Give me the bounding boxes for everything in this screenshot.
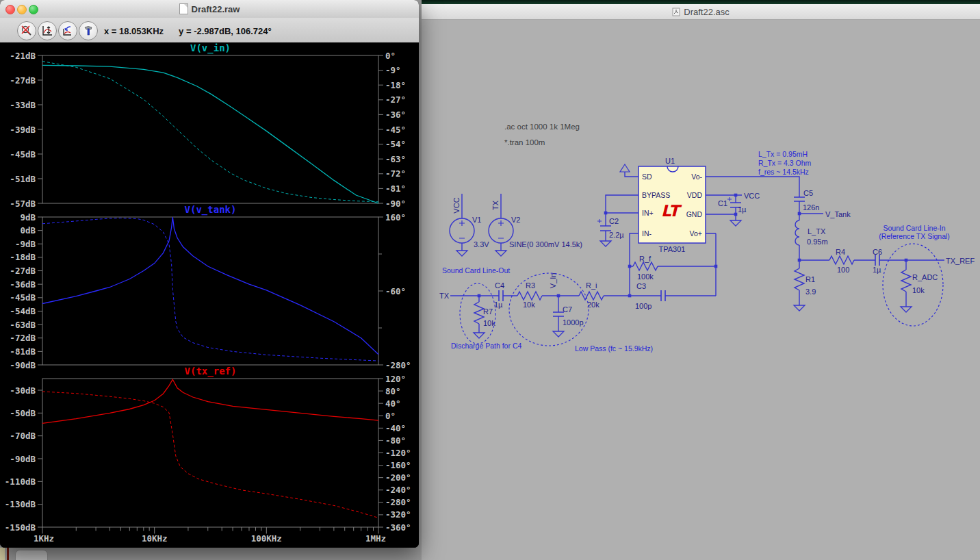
svg-text:R1: R1: [805, 275, 815, 283]
trace-magnitude: [42, 65, 378, 203]
net-label-vtank: V_Tank: [825, 210, 851, 218]
svg-text:Discharge Path for C4: Discharge Path for C4: [451, 342, 521, 350]
y-right-tick-label: -27°: [385, 94, 406, 105]
schematic-window: Draft22.asc .ac oct 1000 1k 1Meg *.tran …: [422, 0, 980, 560]
resistor-r4: [829, 256, 854, 264]
zoom-cancel-button[interactable]: [17, 21, 36, 40]
schematic-canvas[interactable]: .ac oct 1000 1k 1Meg *.tran 100m: [422, 20, 980, 560]
waveform-plots: V(v_in)-21dB-27dB-33dB-39dB-45dB-51dB-57…: [0, 42, 419, 548]
voltage-source-v1[interactable]: V1 3.3V VCC: [450, 197, 489, 249]
y-left-tick-label: -27dB: [10, 266, 36, 276]
y-left-tick-label: -110dB: [5, 476, 36, 487]
svg-text:R_Tx = 4.3 Ohm: R_Tx = 4.3 Ohm: [758, 159, 812, 167]
y-right-tick-label: 40°: [385, 398, 401, 409]
svg-text:L_Tx = 0.95mH: L_Tx = 0.95mH: [758, 150, 808, 158]
resistor-r7: [474, 302, 484, 324]
y-left-tick-label: -81dB: [10, 346, 36, 357]
y-left-tick-label: -18dB: [10, 252, 36, 262]
pin-vdd: VDD: [687, 191, 703, 199]
svg-text:1µ: 1µ: [738, 205, 747, 214]
resistor-radc: [901, 270, 911, 292]
svg-text:1µ: 1µ: [494, 301, 503, 309]
zoom-back-icon: [62, 25, 74, 37]
autorange-icon: [41, 25, 53, 37]
y-left-tick-label: -30dB: [10, 385, 36, 396]
y-right-tick-label: -90°: [385, 199, 406, 209]
schematic-drawing: .ac oct 1000 1k 1Meg *.tran 100m: [422, 20, 980, 560]
svg-text:1000p: 1000p: [563, 318, 584, 327]
capacitor-c3: [661, 290, 665, 301]
cursor-readout: x = 18.053KHzy = -2.987dB, 106.724°: [104, 26, 287, 36]
plot-window: Draft22.raw: [0, 0, 419, 548]
sd-net-arrow-icon: [620, 164, 630, 172]
x-axis-label: 1KHz: [34, 533, 54, 544]
pin-vop: Vo+: [690, 229, 702, 238]
v2-value: SINE(0 300mV 14.5k): [509, 240, 582, 249]
y-left-tick-label: -21dB: [10, 51, 36, 61]
pane-frame: [42, 217, 378, 365]
voltage-source-v2[interactable]: V2 SINE(0 300mV 14.5k) TX: [489, 200, 582, 249]
net-label-tx-source: TX: [491, 200, 500, 210]
close-button[interactable]: [5, 5, 15, 14]
trace-phase: [42, 62, 378, 202]
minimize-button[interactable]: [17, 5, 27, 14]
y-right-tick-label: -18°: [385, 80, 406, 90]
y-right-tick-label: 0°: [385, 51, 396, 61]
spice-directive-ac: .ac oct 1000 1k 1Meg: [504, 123, 580, 131]
y-left-tick-label: -36dB: [10, 279, 36, 290]
zoom-back-button[interactable]: [58, 21, 77, 40]
v1-ref: V1: [472, 216, 481, 224]
ic-u1[interactable]: U1 TPA301 LT SD BYPASS IN+ IN- Vo- VDD G…: [639, 157, 706, 253]
capacitor-c4: [499, 290, 503, 301]
y-right-tick-label: -360°: [385, 522, 411, 533]
cursor-y-readout: y = -2.987dB, 106.724°: [179, 26, 272, 36]
pane-frame: [42, 55, 378, 203]
pin-gnd: GND: [686, 210, 703, 218]
svg-text:0.95m: 0.95m: [807, 238, 828, 246]
svg-text:C5: C5: [803, 189, 813, 197]
plot-titlebar[interactable]: Draft22.raw: [0, 0, 419, 18]
y-right-tick-label: -36°: [385, 110, 406, 120]
schematic-titlebar[interactable]: Draft22.asc: [422, 4, 980, 20]
svg-text:100k: 100k: [637, 272, 654, 281]
resistor-r1: [795, 268, 804, 290]
zoom-button[interactable]: [29, 5, 38, 14]
y-right-tick-label: -200°: [385, 472, 411, 483]
svg-text:R3: R3: [526, 281, 535, 290]
svg-text:C4: C4: [495, 281, 504, 290]
svg-text:(Reference TX Signal): (Reference TX Signal): [879, 232, 950, 240]
y-left-tick-label: -39dB: [10, 125, 36, 135]
pin-vom: Vo-: [691, 173, 702, 181]
trace-phase: [42, 218, 378, 361]
trace-magnitude: [42, 379, 378, 423]
svg-text:100: 100: [837, 266, 849, 274]
net-label-vcc-source: VCC: [452, 197, 461, 213]
autorange-button[interactable]: [38, 21, 57, 40]
resistor-ri: [579, 292, 604, 300]
y-left-tick-label: -150dB: [5, 522, 36, 533]
u1-ref: U1: [665, 157, 675, 165]
y-right-tick-label: -280°: [385, 497, 411, 507]
y-left-tick-label: -63dB: [10, 320, 36, 330]
net-label-tx: TX: [439, 292, 450, 300]
annotation-ellipses: [460, 244, 943, 346]
capacitor-c2: [600, 226, 611, 231]
control-panel-button[interactable]: [79, 21, 98, 40]
y-right-tick-label: -160°: [385, 460, 411, 470]
net-label-vcc: VCC: [744, 192, 760, 200]
y-right-tick-label: -72°: [385, 168, 406, 179]
y-right-tick-label: -63°: [385, 154, 406, 164]
plot-toolbar: x = 18.053KHzy = -2.987dB, 106.724°: [0, 18, 419, 43]
net-label-txref: TX_REF: [946, 257, 975, 265]
svg-text:1µ: 1µ: [873, 266, 881, 274]
y-left-tick-label: -51dB: [10, 174, 36, 184]
cursor-x-readout: x = 18.053KHz: [104, 26, 164, 36]
capacitor-c6: [875, 255, 879, 266]
component-labels: R7 10k C4 1µ R3 10k C7 1000p R_i 20k R_f…: [483, 189, 938, 327]
svg-text:C7: C7: [563, 305, 572, 314]
svg-text:R_ADC: R_ADC: [912, 273, 938, 281]
y-left-tick-label: -45dB: [10, 149, 36, 160]
x-axis-label: 1MHz: [365, 533, 386, 544]
trace-phase: [42, 392, 378, 518]
plot-area[interactable]: V(v_in)-21dB-27dB-33dB-39dB-45dB-51dB-57…: [0, 42, 419, 548]
